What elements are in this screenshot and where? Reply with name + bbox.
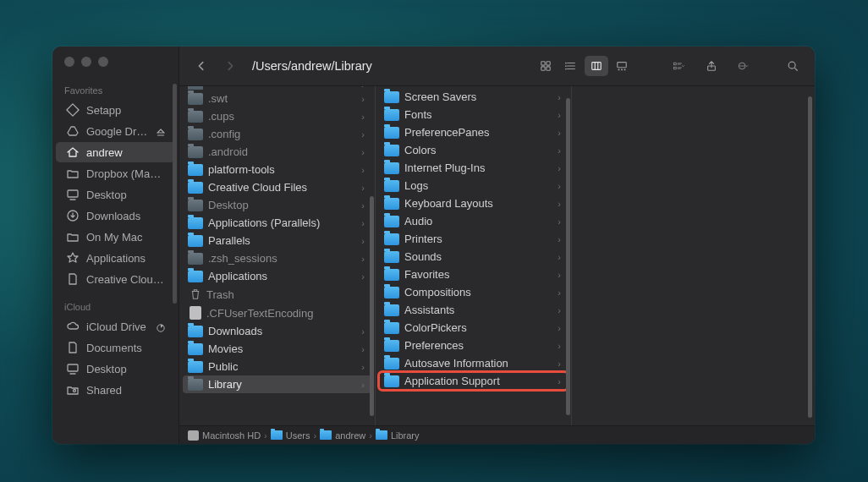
column-2-scrollbar[interactable] <box>566 98 570 415</box>
file-row[interactable]: Internet Plug-Ins› <box>379 159 568 177</box>
chevron-right-icon: › <box>361 254 366 264</box>
file-label: .CFUserTextEncoding <box>206 307 366 320</box>
minimize-button[interactable] <box>81 57 91 67</box>
file-row[interactable]: Assistants› <box>379 301 568 319</box>
svg-point-12 <box>565 68 567 70</box>
file-row[interactable]: Favorites› <box>379 266 568 283</box>
file-row[interactable]: Screen Savers› <box>379 88 568 106</box>
action-menu-button[interactable] <box>728 56 759 76</box>
file-label: Preferences <box>404 339 552 352</box>
chevron-right-icon: › <box>361 183 366 193</box>
file-label: .android <box>208 145 356 158</box>
chevron-right-icon: › <box>558 376 563 386</box>
sidebar-item[interactable]: Creative Clou… <box>56 269 175 289</box>
sidebar-item[interactable]: Google Dr… <box>56 121 175 141</box>
sidebar-item[interactable]: Documents <box>56 337 175 358</box>
file-row[interactable]: Applications (Parallels)› <box>183 214 371 232</box>
sidebar-item[interactable]: Downloads <box>56 205 175 226</box>
view-switcher <box>534 56 634 76</box>
file-row[interactable]: Printers› <box>379 230 568 248</box>
disk-icon <box>188 430 199 441</box>
file-label: Applications <box>208 270 356 282</box>
file-row[interactable]: Trash <box>183 285 371 304</box>
column-view-button[interactable] <box>585 56 608 76</box>
chevron-right-icon: › <box>361 344 366 354</box>
path-item[interactable]: Users <box>271 430 310 441</box>
file-row[interactable]: .zsh_sessions› <box>183 249 371 267</box>
folder-icon <box>384 198 399 210</box>
file-label: Sounds <box>404 250 552 263</box>
file-row[interactable]: ColorPickers› <box>379 319 568 337</box>
file-row[interactable]: Parallels› <box>183 232 371 249</box>
chevron-right-icon: › <box>558 199 563 209</box>
path-item[interactable]: Library <box>376 430 420 441</box>
file-row[interactable]: Preferences› <box>379 337 568 354</box>
group-by-button[interactable] <box>664 56 695 76</box>
file-row[interactable]: Fonts› <box>379 106 568 123</box>
file-row[interactable]: .config› <box>183 125 371 143</box>
sidebar-item[interactable]: Dropbox (Ma… <box>56 163 175 183</box>
file-row[interactable]: Autosave Information› <box>379 354 568 372</box>
file-row[interactable]: Creative Cloud Files› <box>183 178 371 196</box>
sidebar-item[interactable]: Desktop <box>56 359 175 379</box>
file-row[interactable]: Audio› <box>379 212 568 230</box>
file-label <box>208 86 356 88</box>
file-row[interactable]: .swt› <box>183 90 371 107</box>
file-row[interactable]: Application Support› <box>379 372 568 390</box>
gallery-view-button[interactable] <box>610 56 634 76</box>
back-button[interactable] <box>190 56 213 76</box>
column-1-scrollbar[interactable] <box>370 196 374 416</box>
sidebar-item-label: Shared <box>86 384 122 397</box>
file-row[interactable]: Colors› <box>379 141 568 159</box>
folder-icon <box>188 164 203 176</box>
sidebar-item-label: Dropbox (Ma… <box>86 167 161 180</box>
list-view-button[interactable] <box>559 56 583 76</box>
chevron-right-icon: › <box>361 94 366 104</box>
chevron-right-icon: › <box>558 181 563 191</box>
svg-rect-19 <box>674 67 677 69</box>
file-row[interactable]: platform-tools› <box>183 161 371 178</box>
forward-button[interactable] <box>218 56 242 76</box>
file-row[interactable]: PreferencePanes› <box>379 123 568 141</box>
path-label: andrew <box>335 430 365 441</box>
file-row[interactable]: Sounds› <box>379 248 568 266</box>
share-button[interactable] <box>700 56 723 76</box>
file-label: Downloads <box>208 325 356 337</box>
sidebar-item[interactable]: Applications <box>56 248 175 268</box>
path-separator: › <box>313 430 316 441</box>
sidebar-item[interactable]: iCloud Drive <box>56 316 175 337</box>
file-row[interactable]: Compositions› <box>379 283 568 301</box>
eject-icon[interactable] <box>157 127 165 135</box>
close-button[interactable] <box>64 57 74 67</box>
file-row[interactable]: .android› <box>183 143 371 161</box>
search-button[interactable] <box>781 56 805 76</box>
sidebar-item[interactable]: andrew <box>56 142 175 162</box>
file-row[interactable]: Library› <box>183 375 371 393</box>
path-item[interactable]: Macintosh HD <box>188 430 261 441</box>
sidebar-item[interactable]: Setapp <box>56 100 175 120</box>
folder-icon <box>384 162 399 174</box>
file-row[interactable]: Public› <box>183 358 371 375</box>
file-row[interactable]: .cups› <box>183 107 371 125</box>
sidebar-scrollbar[interactable] <box>173 84 177 304</box>
file-row[interactable]: Desktop› <box>183 196 371 214</box>
svg-rect-18 <box>674 63 677 65</box>
file-row[interactable]: Downloads› <box>183 322 371 340</box>
sidebar-item[interactable]: On My Mac <box>56 227 175 247</box>
icon-view-button[interactable] <box>534 56 558 76</box>
svg-rect-0 <box>67 104 79 116</box>
shared-icon <box>66 383 80 397</box>
path-item[interactable]: andrew <box>320 430 365 441</box>
file-row[interactable]: Movies› <box>183 340 371 358</box>
file-row[interactable]: Keyboard Layouts› <box>379 194 568 212</box>
sidebar-item-label: Google Dr… <box>86 125 147 138</box>
sidebar-item[interactable]: Shared <box>56 380 175 400</box>
file-row[interactable]: Logs› <box>379 177 568 194</box>
toolbar: /Users/andrew/Library <box>179 47 815 85</box>
zoom-button[interactable] <box>98 57 108 67</box>
file-row[interactable]: Applications› <box>183 267 371 285</box>
file-row[interactable]: .CFUserTextEncoding <box>183 304 371 322</box>
column-2: Screen Savers›Fonts›PreferencePanes›Colo… <box>376 86 572 425</box>
sidebar-item[interactable]: Desktop <box>56 184 175 205</box>
column-3-scrollbar[interactable] <box>808 96 812 418</box>
